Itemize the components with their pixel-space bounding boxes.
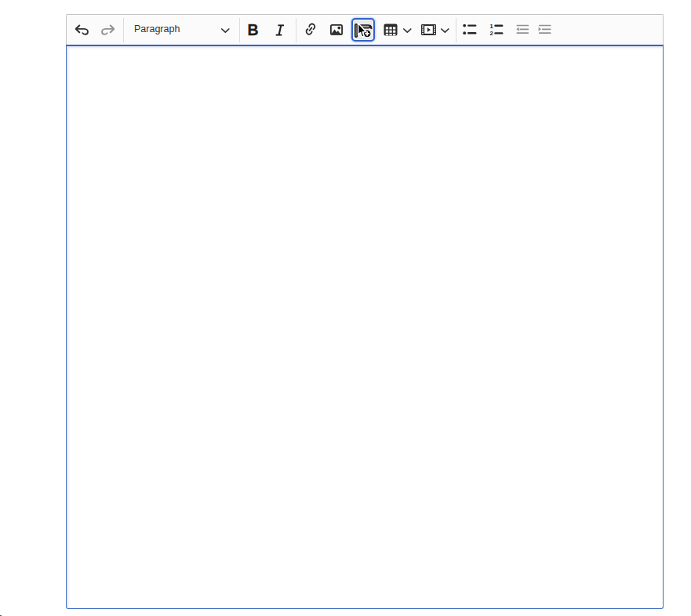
svg-text:1: 1	[489, 24, 493, 30]
svg-text:2: 2	[489, 30, 493, 36]
